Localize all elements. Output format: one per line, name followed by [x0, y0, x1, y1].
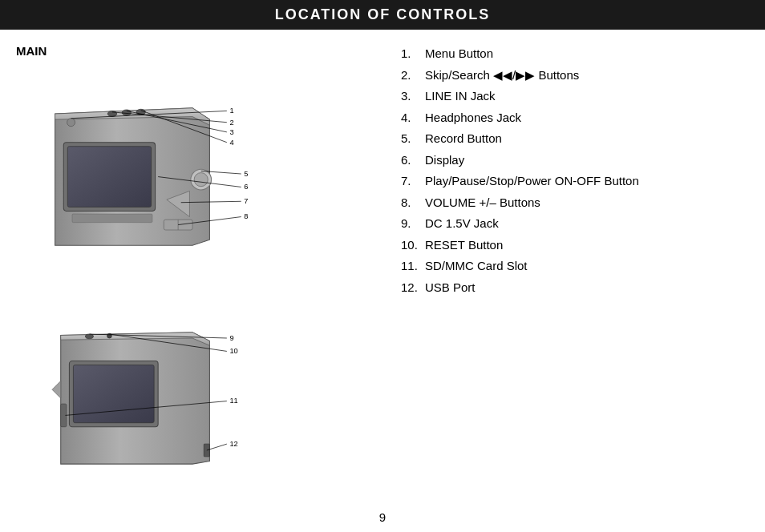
control-desc-12: USB Port	[425, 280, 476, 296]
control-num-8: 8.	[401, 195, 425, 211]
controls-list: 1.Menu Button2.Skip/Search ◀◀/▶▶ Buttons…	[385, 38, 749, 518]
control-item-5: 5.Record Button	[401, 131, 749, 147]
control-desc-7: Play/Pause/Stop/Power ON-OFF Button	[425, 173, 639, 189]
control-num-12: 12.	[401, 280, 425, 296]
control-desc-6: Display	[425, 152, 464, 168]
control-item-8: 8.VOLUME +/– Buttons	[401, 195, 749, 211]
control-desc-1: Menu Button	[425, 46, 493, 62]
svg-point-31	[85, 334, 93, 339]
control-num-5: 5.	[401, 131, 425, 147]
control-item-4: 4.Headphones Jack	[401, 110, 749, 126]
svg-point-2	[67, 119, 75, 127]
control-item-9: 9.DC 1.5V Jack	[401, 216, 749, 232]
control-desc-2: Skip/Search ◀◀/▶▶ Buttons	[425, 67, 579, 83]
control-num-6: 6.	[401, 152, 425, 168]
svg-text:3: 3	[229, 128, 233, 136]
svg-text:12: 12	[229, 440, 237, 448]
svg-point-3	[107, 111, 116, 116]
control-num-9: 9.	[401, 216, 425, 232]
page-number: 9	[379, 510, 386, 524]
control-desc-8: VOLUME +/– Buttons	[425, 195, 540, 211]
svg-rect-10	[72, 214, 152, 223]
control-num-4: 4.	[401, 110, 425, 126]
svg-text:6: 6	[244, 183, 248, 191]
svg-text:5: 5	[244, 170, 248, 178]
svg-text:1: 1	[229, 107, 233, 115]
control-desc-4: Headphones Jack	[425, 110, 521, 126]
control-num-1: 1.	[401, 46, 425, 62]
control-desc-5: Record Button	[425, 131, 502, 147]
control-item-7: 7.Play/Pause/Stop/Power ON-OFF Button	[401, 173, 749, 189]
control-num-2: 2.	[401, 67, 425, 83]
control-desc-3: LINE IN Jack	[425, 88, 496, 104]
svg-text:8: 8	[244, 212, 248, 220]
control-num-7: 7.	[401, 173, 425, 189]
control-num-3: 3.	[401, 88, 425, 104]
control-desc-10: RESET Button	[425, 237, 503, 253]
svg-rect-28	[73, 365, 154, 423]
control-desc-11: SD/MMC Card Slot	[425, 258, 528, 274]
svg-text:7: 7	[244, 197, 248, 205]
control-item-3: 3.LINE IN Jack	[401, 88, 749, 104]
control-desc-9: DC 1.5V Jack	[425, 216, 499, 232]
device-lower-diagram: 9 10 11 12	[32, 302, 273, 494]
svg-text:4: 4	[229, 139, 233, 147]
svg-point-4	[122, 110, 131, 115]
main-label: MAIN	[16, 44, 47, 58]
control-item-1: 1.Menu Button	[401, 46, 749, 62]
control-item-2: 2.Skip/Search ◀◀/▶▶ Buttons	[401, 67, 749, 83]
control-item-6: 6.Display	[401, 152, 749, 168]
svg-text:10: 10	[229, 347, 237, 355]
diagrams-section: MAIN	[16, 38, 385, 518]
device-upper-diagram: 1 2 3 4 5 6 7	[32, 62, 273, 286]
page-title: LOCATION OF CONTROLS	[275, 6, 491, 22]
control-item-11: 11.SD/MMC Card Slot	[401, 258, 749, 274]
svg-text:2: 2	[229, 119, 233, 127]
svg-text:9: 9	[229, 334, 233, 342]
control-item-10: 10.RESET Button	[401, 237, 749, 253]
svg-text:11: 11	[229, 397, 237, 405]
page-header: LOCATION OF CONTROLS	[0, 0, 765, 30]
svg-point-7	[194, 173, 208, 187]
control-item-12: 12.USB Port	[401, 280, 749, 296]
control-num-10: 10.	[401, 237, 425, 253]
svg-rect-1	[67, 147, 151, 208]
control-num-11: 11.	[401, 258, 425, 274]
